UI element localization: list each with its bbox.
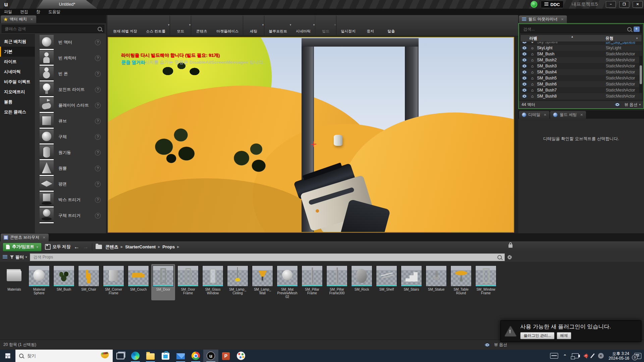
folder-open-icon[interactable] [96, 245, 102, 249]
toolbar-button[interactable]: 소스 컨트롤 [142, 16, 170, 35]
outliner-row[interactable]: SM_Bush2 StaticMeshActor [520, 57, 642, 63]
close-icon[interactable]: ✕ [544, 113, 546, 117]
help-icon[interactable] [95, 118, 101, 124]
asset-tile[interactable]: SM_Bush [52, 264, 76, 300]
taskbar-app-button[interactable] [173, 350, 188, 362]
notification-button[interactable]: 해제 [557, 332, 571, 339]
actor-category[interactable]: 라이트 [0, 57, 35, 67]
start-button[interactable] [0, 350, 15, 362]
placeable-actor[interactable]: 원뿔 [40, 161, 106, 176]
outliner-view-options[interactable]: 뷰 옵션 ▾ [613, 102, 641, 108]
asset-tile[interactable]: SM_Window Frame [474, 264, 498, 300]
placeable-actor[interactable]: 빈 폰 [40, 66, 106, 82]
help-icon[interactable] [95, 87, 101, 93]
onedrive-icon[interactable]: ✕ [598, 353, 604, 359]
volume-muted-icon[interactable] [584, 354, 587, 358]
breadcrumb-item[interactable]: 콘텐츠 [105, 244, 123, 250]
asset-search-box[interactable] [30, 253, 505, 261]
help-icon[interactable] [95, 197, 101, 203]
asset-tile[interactable]: SM_Lamp_ Ceiling [226, 264, 250, 300]
toolbar-button[interactable]: 세팅 [243, 16, 264, 35]
asset-tile[interactable]: SM_Statue [424, 264, 448, 300]
launch-orb-icon[interactable] [531, 1, 537, 8]
filter-button[interactable]: 필터 ▾ [10, 254, 27, 260]
toolbar-button[interactable]: 콘텐츠 [191, 16, 212, 35]
network-icon[interactable] [572, 353, 579, 358]
taskbar-search-box[interactable] [15, 350, 113, 362]
breadcrumb-item[interactable]: StarterContent [125, 244, 160, 249]
taskbar-app-button[interactable] [158, 350, 173, 362]
outliner-row[interactable]: SM_Bush3 StaticMeshActor [520, 63, 642, 69]
create-folder-icon[interactable] [634, 26, 640, 32]
placeable-actor[interactable]: 플레이어 스타트 [40, 98, 106, 113]
actor-category[interactable]: 볼륨 [0, 97, 35, 107]
taskbar-app-button[interactable] [143, 350, 158, 362]
column-label[interactable]: 라벨 [521, 36, 605, 41]
placeable-actor[interactable]: 구체 [40, 129, 106, 145]
tab-place-actors[interactable]: 액터 배치 ✕ [1, 15, 36, 23]
placeable-actor[interactable]: 원기둥 [40, 145, 106, 161]
toolbar-button[interactable]: 탈출 [381, 16, 401, 35]
details-tab[interactable]: 월드 세팅 ✕ [550, 111, 586, 119]
outliner-row[interactable]: SM_Bush6 StaticMeshActor [520, 81, 642, 87]
back-button[interactable]: ← [74, 244, 79, 250]
asset-tile[interactable]: SM_Door Frame [176, 264, 200, 300]
actor-category[interactable]: 기본 [0, 47, 35, 57]
asset-tile[interactable]: SM_Corner Frame [102, 264, 125, 300]
help-icon[interactable] [95, 213, 101, 219]
close-icon[interactable]: ✕ [561, 17, 564, 21]
asset-tile[interactable]: SM_Shelf [375, 264, 398, 300]
add-import-button[interactable]: 추가/임포트 ▾ [3, 243, 42, 251]
asset-tile[interactable]: SM_Door [151, 264, 175, 300]
asset-tile[interactable]: SM_Couch [126, 264, 150, 300]
actor-category[interactable]: 모든 클래스 [0, 107, 35, 117]
ddc-button[interactable]: DDC [541, 1, 564, 8]
restore-button[interactable]: ❐ [619, 1, 629, 8]
placeable-actor[interactable]: 구체 트리거 [40, 208, 106, 224]
outliner-row[interactable]: SM_Bush4 StaticMeshActor [520, 69, 642, 75]
outliner-row[interactable]: SM_Bush StaticMeshActor [520, 51, 642, 57]
touch-keyboard-icon[interactable] [550, 353, 558, 359]
save-all-button[interactable]: 모두 저장 [45, 244, 70, 250]
outliner-search-box[interactable] [520, 25, 642, 33]
close-icon[interactable]: ✕ [43, 236, 45, 239]
help-icon[interactable] [95, 40, 101, 45]
tray-expand-icon[interactable]: ⌃ [563, 354, 567, 359]
visibility-eye-icon[interactable] [522, 82, 527, 86]
actor-category[interactable]: 비주얼 이펙트 [0, 77, 35, 87]
visibility-eye-icon[interactable] [522, 70, 527, 74]
menu-item[interactable]: 도움말 [44, 9, 64, 15]
forward-button[interactable]: → [83, 244, 89, 250]
outliner-search-input[interactable] [523, 26, 625, 32]
help-icon[interactable] [95, 134, 101, 140]
taskbar-app-button[interactable] [188, 350, 203, 362]
toolbar-button[interactable]: 마켓플레이스 [212, 16, 243, 35]
level-tab[interactable]: Untitled* [37, 0, 97, 9]
toolbar-button[interactable]: 현재 레벨 저장 [109, 16, 142, 35]
visibility-eye-icon[interactable] [522, 52, 527, 56]
close-icon[interactable]: ✕ [30, 17, 33, 21]
outliner-row[interactable]: Sky Sphere BP_Sky_Sphere [520, 42, 642, 45]
asset-tile[interactable]: Materials [2, 264, 26, 300]
asset-tile[interactable]: SM_Table Round [449, 264, 473, 300]
view-settings-icon[interactable] [507, 255, 512, 259]
close-icon[interactable]: ✕ [580, 113, 583, 117]
outliner-row[interactable]: SM_Bush7 StaticMeshActor [520, 87, 642, 93]
asset-tile[interactable]: SM_Mat PreviewMesh 02 [275, 264, 299, 300]
menu-item[interactable]: 창 [32, 9, 44, 15]
taskbar-search-input[interactable] [26, 353, 98, 359]
outliner-scrollbar[interactable] [639, 56, 642, 93]
visibility-eye-icon[interactable] [522, 94, 527, 98]
asset-tile[interactable]: SM_Rock [350, 264, 374, 300]
visibility-eye-icon[interactable] [522, 42, 527, 44]
visibility-eye-icon[interactable] [522, 58, 527, 62]
toolbar-button[interactable]: 빌드 [315, 16, 336, 35]
lock-icon[interactable] [508, 244, 513, 248]
outliner-row[interactable]: SM_Bush5 StaticMeshActor [520, 75, 642, 81]
minimize-button[interactable]: – [606, 1, 616, 8]
asset-tile[interactable]: Material Sphere [27, 264, 51, 300]
breadcrumb-item[interactable]: Props [162, 244, 179, 249]
placeable-actor[interactable]: 포인트 라이트 [40, 82, 106, 98]
help-icon[interactable] [95, 166, 101, 171]
help-icon[interactable] [95, 181, 101, 187]
